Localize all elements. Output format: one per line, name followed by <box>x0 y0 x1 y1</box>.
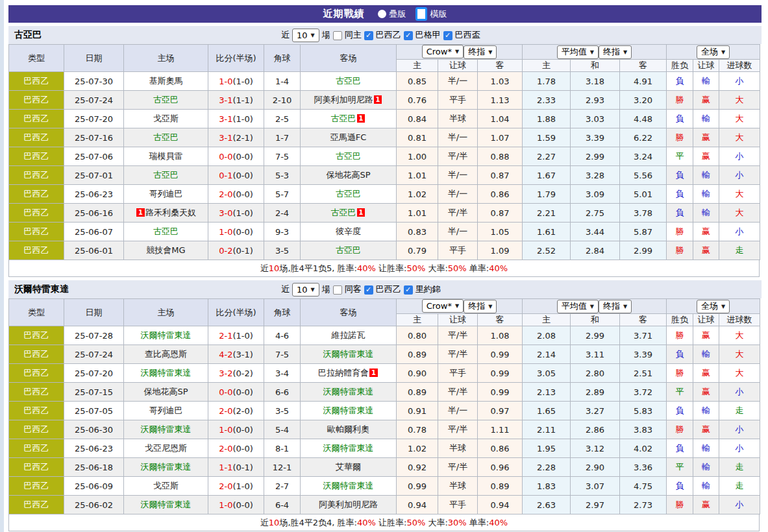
odds-source-select[interactable]: 终指▼ <box>464 45 497 59</box>
summary-stat-label: 让胜率: <box>376 263 407 273</box>
home-team-cell: 沃爾特雷東達 <box>124 326 208 345</box>
away-team-name[interactable]: 沃爾特雷東達 <box>323 481 374 490</box>
result-text: 大 <box>736 132 744 142</box>
away-team-name: 歐帕爾利奧 <box>327 424 369 434</box>
section-header: 沃爾特雷東達近10▼場同客✓巴西乙✓里約錦 <box>8 280 762 298</box>
europe-odds-cell: 1.61 <box>523 223 571 241</box>
league-cell: 巴西乙 <box>9 204 64 223</box>
away-team-name[interactable]: 沃爾特雷東達 <box>323 405 374 415</box>
odds-source-select[interactable]: 全场▼ <box>697 45 730 59</box>
halftime-score: (1-0) <box>232 77 253 86</box>
away-team-name[interactable]: 古亞巴 <box>336 76 361 86</box>
home-team-name: 查比高恩斯 <box>145 349 187 359</box>
odds-source-select[interactable]: Crow*▼ <box>422 299 464 313</box>
home-team-name[interactable]: 沃爾特雷東達 <box>141 500 192 509</box>
odds-source-select[interactable]: 全场▼ <box>697 300 730 313</box>
league-cell: 巴西乙 <box>9 496 64 514</box>
match-count-select-value: 10 <box>297 285 308 295</box>
result-goals-cell: 走 <box>719 402 760 420</box>
odds-source-select[interactable]: 终指▼ <box>464 300 497 313</box>
europe-odds-cell: 4.02 <box>620 439 667 458</box>
away-team-cell: 古亞巴 <box>301 241 397 260</box>
away-team-name[interactable]: 古亞巴 <box>336 245 361 255</box>
away-team-name[interactable]: 沃爾特雷東達 <box>323 443 374 453</box>
result-text: 勝 <box>676 95 684 104</box>
result-text: 小 <box>736 170 744 180</box>
score-cell: 0-1(0-0) <box>208 166 264 185</box>
handicap-odds-cell: 半/一 <box>438 128 478 147</box>
halftime-score: (1-0) <box>232 481 253 491</box>
league-checkbox-0[interactable]: ✓ <box>364 31 373 40</box>
europe-odds-cell: 3.72 <box>620 383 667 402</box>
europe-odds-cell: 3.44 <box>571 223 620 241</box>
home-team-name[interactable]: 沃爾特雷東達 <box>141 462 192 472</box>
section-header: 古亞巴近10▼場同主✓巴西乙✓巴格甲✓巴西盃 <box>8 26 762 44</box>
result-text: 平 <box>676 462 684 472</box>
result-text: 負 <box>676 170 684 180</box>
league-checkbox-2[interactable]: ✓ <box>443 31 452 40</box>
away-team-name[interactable]: 古亞巴 <box>331 114 356 123</box>
europe-odds-cell: 2.93 <box>571 91 620 110</box>
radio-selected-icon[interactable] <box>415 7 427 21</box>
away-team-name: 阿美利加明尼路 <box>314 95 373 104</box>
halftime-score: (0-0) <box>232 387 253 397</box>
same-venue-checkbox[interactable] <box>333 31 342 40</box>
radio-label: 疊版 <box>390 8 406 20</box>
odds-source-select[interactable]: 终指▼ <box>599 45 632 59</box>
away-team-name[interactable]: 沃爾特雷東達 <box>323 349 374 359</box>
same-venue-checkbox[interactable] <box>333 285 342 295</box>
away-team-cell: 沃爾特雷東達 <box>301 383 397 402</box>
layout-radio-stacked[interactable]: 疊版 <box>378 8 406 20</box>
corners-cell: 7-5 <box>264 345 301 364</box>
league-checkbox-0[interactable]: ✓ <box>364 285 373 295</box>
odds-source-select[interactable]: 平均值▼ <box>557 300 599 313</box>
handicap-odds-cell: 平手 <box>438 364 478 383</box>
odds-source-select-value: 终指 <box>468 46 485 58</box>
home-team-name[interactable]: 古亞巴 <box>153 95 179 104</box>
league-cell: 巴西乙 <box>9 147 64 166</box>
home-team-name[interactable]: 沃爾特雷東達 <box>141 424 192 434</box>
odds-source-select[interactable]: 平均值▼ <box>557 45 599 59</box>
radio-icon[interactable] <box>378 10 386 18</box>
match-count-select[interactable]: 10▼ <box>292 283 319 296</box>
away-team-name[interactable]: 沃爾特雷東達 <box>323 387 374 396</box>
home-team-name[interactable]: 沃爾特雷東達 <box>141 368 192 378</box>
away-team-name[interactable]: 古亞巴 <box>331 208 356 217</box>
fulltime-score: 1-0 <box>219 500 232 510</box>
table-row: 巴西乙25-06-23戈亞尼恩斯2-0(0-0)8-1沃爾特雷東達1.02半球0… <box>9 439 760 458</box>
league-checkbox-1[interactable]: ✓ <box>404 31 413 40</box>
home-team-name[interactable]: 古亞巴 <box>153 132 179 142</box>
result-goals-cell: 大 <box>719 204 760 223</box>
home-team-cell: 古亞巴 <box>124 91 208 110</box>
date-cell: 25-07-01 <box>64 166 124 185</box>
league-checkbox-1[interactable]: ✓ <box>404 285 413 295</box>
summary-stat-value: 40% <box>357 518 376 527</box>
odds-source-select[interactable]: Crow*▼ <box>422 45 464 58</box>
home-team-name[interactable]: 古亞巴 <box>153 226 179 236</box>
result-goals-cell: 大 <box>719 364 760 383</box>
handicap-odds-cell: 半球 <box>438 439 478 458</box>
result-text: 輸 <box>702 76 710 86</box>
odds-source-select[interactable]: 终指▼ <box>599 300 632 313</box>
home-team-name[interactable]: 沃爾特雷東達 <box>141 330 192 340</box>
away-team-name[interactable]: 古亞巴 <box>336 189 361 199</box>
home-team-name[interactable]: 古亞巴 <box>153 170 179 180</box>
odds-column-header: 进球数 <box>719 60 760 72</box>
table-row: 巴西乙25-06-07古亞巴1-0(0-0)9-3彼辛度0.83半/一1.051… <box>9 223 760 241</box>
column-header: 类型 <box>9 299 64 326</box>
handicap-odds-cell: 平手 <box>438 91 478 110</box>
corners-cell: 5-3 <box>264 166 301 185</box>
table-row: 巴西乙25-06-02沃爾特雷東達1-0(0-0)6-4阿美利加明尼路0.94平… <box>9 496 760 514</box>
away-team-name[interactable]: 古亞巴 <box>336 151 361 161</box>
red-card-badge: 1 <box>357 114 365 123</box>
halftime-score: (1-0) <box>232 208 253 218</box>
result-text: 輸 <box>702 405 710 415</box>
summary-stat-label: 单率: <box>467 518 489 527</box>
europe-odds-cell: 2.75 <box>571 204 620 223</box>
layout-radio-horizontal[interactable]: 橫版 <box>415 7 447 21</box>
handicap-odds-cell: 1.05 <box>478 223 523 241</box>
league-cell: 巴西乙 <box>9 223 64 241</box>
handicap-odds-cell: 平/半 <box>438 204 478 223</box>
match-count-select[interactable]: 10▼ <box>292 29 319 42</box>
result-text: 輸 <box>702 170 710 180</box>
